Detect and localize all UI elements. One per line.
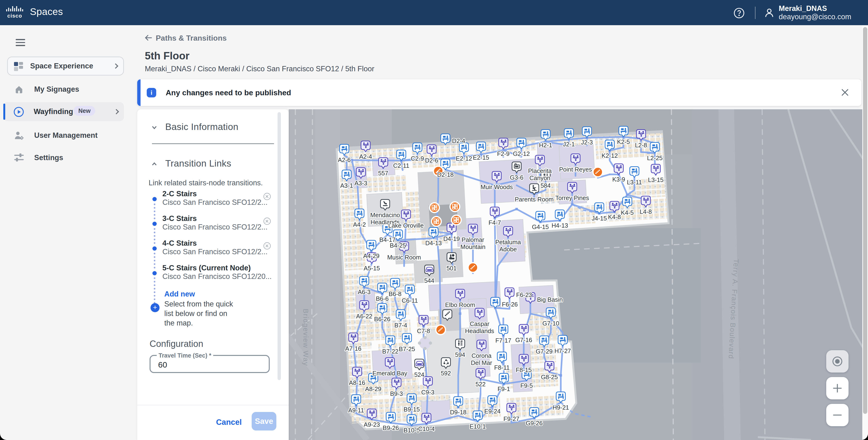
svg-text:Mountain: Mountain [460, 243, 485, 250]
svg-text:cisco: cisco [7, 13, 22, 19]
svg-text:A4-29: A4-29 [363, 253, 379, 259]
svg-text:L3-11: L3-11 [627, 179, 642, 185]
svg-text:H7-27: H7-27 [554, 348, 571, 354]
svg-text:E2-12: E2-12 [456, 155, 472, 162]
svg-text:A3-1: A3-1 [340, 182, 353, 189]
svg-text:A3-3: A3-3 [354, 180, 367, 186]
svg-text:Elbo Room: Elbo Room [445, 301, 475, 308]
svg-text:D9-18: D9-18 [450, 409, 467, 415]
svg-text:H4-13: H4-13 [552, 222, 568, 229]
svg-text:F7-17: F7-17 [495, 337, 512, 344]
svg-text:J2-1: J2-1 [563, 141, 575, 148]
svg-text:B6-6: B6-6 [376, 295, 389, 302]
svg-text:C2-11: C2-11 [393, 162, 409, 169]
svg-text:594: 594 [455, 351, 465, 358]
svg-text:E10-1: E10-1 [470, 423, 486, 430]
svg-text:B4-25: B4-25 [390, 242, 406, 249]
svg-text:592: 592 [441, 370, 451, 377]
svg-text:A2-4: A2-4 [359, 153, 372, 160]
svg-text:Muir Woods: Muir Woods [480, 184, 513, 190]
svg-text:F9-1: F9-1 [498, 386, 510, 392]
svg-text:557: 557 [378, 170, 389, 177]
svg-text:K2-5: K2-5 [617, 139, 630, 145]
svg-text:Adobe: Adobe [499, 246, 517, 253]
svg-text:D4-19: D4-19 [443, 235, 460, 242]
svg-text:G4-15: G4-15 [532, 224, 549, 230]
svg-text:A4-2: A4-2 [353, 221, 366, 228]
svg-text:H2-1: H2-1 [539, 142, 552, 148]
svg-text:K4-5: K4-5 [621, 209, 634, 216]
svg-text:J4-15: J4-15 [592, 215, 607, 222]
svg-text:F2-9: F2-9 [497, 150, 510, 157]
svg-text:A8-16: A8-16 [349, 379, 365, 386]
svg-text:F9-5: F9-5 [520, 382, 533, 389]
svg-text:501: 501 [446, 265, 457, 271]
svg-text:Mendacino: Mendacino [370, 212, 400, 218]
svg-text:B7-25: B7-25 [399, 346, 415, 352]
svg-text:F9-27: F9-27 [503, 415, 520, 422]
svg-text:524: 524 [414, 371, 425, 378]
svg-text:L3-15: L3-15 [648, 177, 663, 183]
svg-text:Big Basin: Big Basin [537, 296, 563, 303]
svg-text:B7-4: B7-4 [394, 322, 407, 329]
svg-text:C10-4: C10-4 [418, 426, 435, 432]
svg-text:C6-11: C6-11 [402, 297, 418, 304]
svg-text:C2-9: C2-9 [411, 155, 424, 162]
svg-text:H9-21: H9-21 [553, 404, 569, 411]
svg-text:G8-25: G8-25 [541, 374, 558, 380]
svg-text:A9-11: A9-11 [348, 407, 364, 414]
svg-text:B10-5: B10-5 [404, 427, 420, 434]
svg-text:G9-26: G9-26 [526, 420, 542, 427]
svg-text:F8-11: F8-11 [494, 364, 510, 371]
svg-text:Palomar: Palomar [462, 236, 484, 243]
svg-text:F6-23: F6-23 [516, 292, 532, 298]
svg-text:Headlands: Headlands [465, 328, 494, 334]
svg-text:Point Reyes: Point Reyes [559, 166, 592, 173]
svg-text:Music Room: Music Room [387, 254, 421, 261]
svg-text:B9-3: B9-3 [390, 390, 403, 397]
svg-text:G7-10: G7-10 [542, 320, 559, 327]
svg-text:D2-4: D2-4 [452, 138, 465, 144]
svg-text:E9-24: E9-24 [484, 408, 500, 415]
svg-text:Emerald Bay: Emerald Bay [373, 370, 407, 377]
svg-text:G3-6: G3-6 [510, 174, 524, 181]
svg-text:A6-3: A6-3 [358, 289, 371, 295]
svg-text:K4-8: K4-8 [608, 213, 621, 220]
svg-text:J2-3: J2-3 [581, 139, 593, 146]
svg-text:522: 522 [475, 381, 486, 387]
svg-text:Del Mar: Del Mar [471, 359, 492, 366]
svg-text:C7-8: C7-8 [417, 328, 430, 334]
svg-text:F4-7: F4-7 [489, 219, 501, 226]
svg-text:K3-9: K3-9 [612, 176, 625, 183]
svg-text:Canyon: Canyon [529, 175, 550, 181]
svg-text:A5-15: A5-15 [364, 265, 380, 271]
svg-text:L2-25: L2-25 [647, 155, 662, 161]
svg-text:Lake Oroville: Lake Oroville [388, 222, 424, 229]
svg-text:G7-29: G7-29 [536, 348, 553, 355]
svg-text:G2-12: G2-12 [513, 150, 530, 157]
svg-text:544: 544 [424, 277, 434, 284]
svg-text:K2-12: K2-12 [601, 152, 618, 159]
svg-text:584: 584 [540, 182, 551, 189]
svg-text:Corona: Corona [471, 352, 492, 359]
svg-text:B7-22: B7-22 [382, 348, 398, 355]
svg-text:A8-29: A8-29 [365, 386, 381, 392]
svg-text:D4-13: D4-13 [425, 240, 442, 246]
svg-text:Placerita: Placerita [528, 168, 552, 174]
svg-text:A7-16: A7-16 [345, 345, 361, 352]
svg-text:A6-22: A6-22 [356, 313, 372, 320]
svg-text:D2-6: D2-6 [425, 157, 438, 164]
svg-text:D2-18: D2-18 [437, 171, 454, 178]
svg-text:Petaluma: Petaluma [495, 239, 521, 245]
svg-text:G7-16: G7-16 [515, 336, 532, 343]
svg-text:F6-26: F6-26 [502, 301, 518, 308]
svg-text:Bridgeview Way: Bridgeview Way [302, 309, 310, 366]
svg-text:L4-8: L4-8 [640, 208, 652, 215]
svg-text:B6-26: B6-26 [374, 316, 390, 322]
svg-text:E2-15: E2-15 [473, 154, 489, 161]
svg-text:C9-3: C9-3 [421, 389, 434, 395]
svg-text:Torrey Pines: Torrey Pines [555, 195, 589, 201]
svg-text:F8-15: F8-15 [516, 366, 532, 373]
svg-text:A2-6: A2-6 [338, 156, 351, 163]
svg-text:Caspar: Caspar [470, 321, 490, 327]
